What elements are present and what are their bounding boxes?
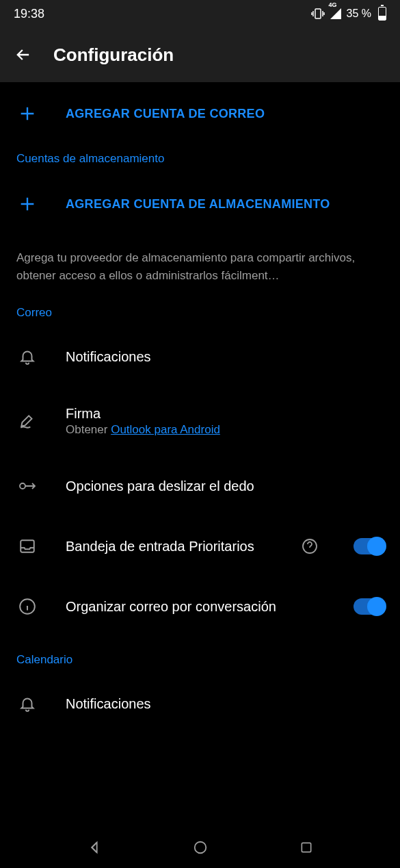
signature[interactable]: Firma Obtener Outlook para Android bbox=[0, 387, 400, 456]
svg-point-5 bbox=[194, 842, 206, 854]
plus-icon bbox=[16, 193, 38, 215]
swipe-options[interactable]: Opciones para deslizar el dedo bbox=[0, 456, 400, 516]
nav-home[interactable] bbox=[191, 839, 209, 856]
svg-point-1 bbox=[20, 483, 25, 489]
navigation-bar bbox=[0, 827, 400, 868]
calendar-notifications[interactable]: Notificaciones bbox=[0, 674, 400, 734]
organize-by-conversation[interactable]: Organizar correo por conversación bbox=[0, 576, 400, 637]
info-icon bbox=[16, 596, 38, 617]
section-mail: Correo bbox=[0, 299, 400, 327]
section-calendar: Calendario bbox=[0, 637, 400, 674]
storage-description: Agrega tu proveedor de almacenamiento pa… bbox=[0, 235, 400, 299]
add-storage-account[interactable]: AGREGAR CUENTA DE ALMACENAMIENTO bbox=[0, 173, 400, 235]
status-bar: 19:38 4G 35 % bbox=[0, 0, 400, 27]
calendar-notifications-label: Notificaciones bbox=[66, 696, 384, 712]
back-button[interactable] bbox=[14, 45, 33, 64]
swipe-label: Opciones para deslizar el dedo bbox=[66, 478, 384, 494]
outlook-link[interactable]: Outlook para Android bbox=[111, 423, 220, 436]
svg-rect-0 bbox=[315, 9, 321, 18]
bell-icon bbox=[16, 346, 38, 368]
battery-percent: 35 % bbox=[347, 8, 371, 20]
mail-notifications[interactable]: Notificaciones bbox=[0, 327, 400, 387]
svg-rect-2 bbox=[21, 540, 34, 552]
focused-inbox[interactable]: Bandeja de entrada Prioritarios bbox=[0, 516, 400, 576]
organize-toggle[interactable] bbox=[354, 598, 384, 615]
organize-label: Organizar correo por conversación bbox=[66, 599, 326, 615]
help-icon[interactable] bbox=[300, 537, 319, 556]
content-area: AGREGAR CUENTA DE CORREO Cuentas de alma… bbox=[0, 82, 400, 734]
mail-notifications-label: Notificaciones bbox=[66, 349, 384, 365]
signal-icon: 4G bbox=[330, 8, 341, 19]
svg-rect-6 bbox=[302, 843, 310, 852]
add-storage-label: AGREGAR CUENTA DE ALMACENAMIENTO bbox=[66, 197, 330, 212]
app-bar: Configuración bbox=[0, 27, 400, 82]
nav-back[interactable] bbox=[85, 839, 103, 856]
nav-recent[interactable] bbox=[297, 839, 315, 856]
add-email-label: AGREGAR CUENTA DE CORREO bbox=[66, 107, 265, 121]
page-title: Configuración bbox=[53, 44, 174, 66]
bell-icon bbox=[16, 693, 38, 715]
plus-icon bbox=[16, 103, 38, 125]
section-storage: Cuentas de almacenamiento bbox=[0, 145, 400, 173]
focused-inbox-toggle[interactable] bbox=[354, 538, 384, 554]
signature-label: Firma bbox=[66, 406, 384, 422]
battery-icon bbox=[378, 7, 386, 21]
add-email-account[interactable]: AGREGAR CUENTA DE CORREO bbox=[0, 82, 400, 145]
vibrate-icon bbox=[311, 8, 325, 20]
signature-sub: Obtener Outlook para Android bbox=[66, 423, 384, 437]
pen-icon bbox=[16, 411, 38, 433]
swipe-icon bbox=[16, 475, 38, 497]
status-right: 4G 35 % bbox=[311, 7, 386, 21]
status-time: 19:38 bbox=[14, 7, 44, 21]
focused-inbox-label: Bandeja de entrada Prioritarios bbox=[66, 539, 273, 554]
inbox-icon bbox=[16, 535, 38, 557]
